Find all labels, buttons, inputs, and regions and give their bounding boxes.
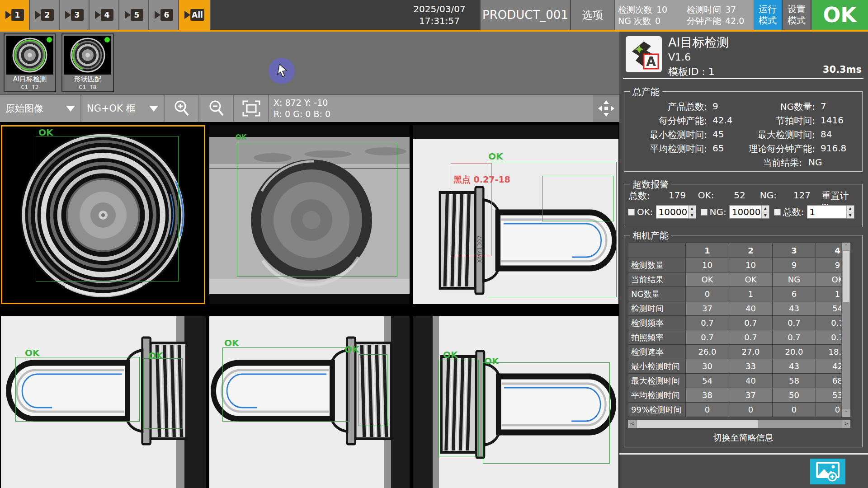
table-cell: 30	[686, 359, 729, 374]
group-title: 超数报警	[630, 178, 671, 191]
alarm-limits-row: OK: 10000 ▲▼ NG: 10000 ▲▼ 总数: 1 ▲▼	[628, 205, 859, 219]
camera-view-6[interactable]: OK OK	[413, 316, 618, 488]
table-row-label: 99%检测时间	[628, 403, 686, 417]
table-col-header: 3	[773, 243, 816, 258]
zoom-in-button[interactable]	[165, 95, 199, 122]
table-row: 检测频率0.70.70.70.7	[628, 316, 850, 330]
camera-icon	[35, 11, 41, 19]
table-cell: 0.7	[773, 330, 816, 345]
camera-tab-1[interactable]: 1	[0, 0, 30, 30]
toggle-brief-info-button[interactable]: 切换至简略信息	[626, 432, 860, 444]
thumbnail-title: 形状匹配	[62, 75, 113, 84]
cursor-xy-readout: X: 872 Y: -10	[274, 97, 328, 108]
camera-view-3[interactable]: XMY1307 OK 黑点 0.27-18	[413, 125, 618, 304]
fit-screen-icon	[241, 99, 261, 117]
ok-limit-label: OK:	[637, 206, 653, 217]
add-image-icon	[816, 462, 840, 482]
stat-label: NG 次数	[618, 15, 651, 26]
spinner-arrows[interactable]: ▲▼	[688, 206, 696, 218]
spinner-arrows[interactable]: ▲▼	[761, 206, 769, 218]
camera-tab-2[interactable]: 2	[30, 0, 60, 30]
image-mode-dropdown[interactable]: 原始图像	[0, 95, 81, 122]
vertical-scrollbar[interactable]: ˄ ˅	[841, 243, 850, 417]
pan-button[interactable]	[593, 95, 619, 122]
scroll-right-arrow[interactable]: >	[842, 420, 850, 428]
table-cell: 0	[686, 287, 729, 301]
svg-text:A: A	[646, 54, 656, 69]
camera-tabs: 1 2 3 4 5 6 Al	[0, 0, 211, 30]
camera-throughput-group: 相机产能 1234检测数量101099当前结果OKOKNGOKNG数量0161检…	[624, 235, 863, 447]
table-cell: 0.7	[686, 330, 729, 345]
table-row: 最小检测时间30334342	[628, 359, 850, 374]
tool-thumbnail-ai-detect[interactable]: AI目标检测 C1_T2	[4, 33, 56, 92]
camera-tab-6[interactable]: 6	[149, 0, 179, 30]
overlay-mode-value: NG+OK 框	[87, 102, 136, 115]
scroll-up-arrow[interactable]: ˄	[842, 243, 850, 250]
camera-tab-all[interactable]: All	[179, 0, 211, 30]
overall-row: 每分钟产能: 42.4 节拍时间: 1416	[624, 115, 862, 127]
camera-tab-5[interactable]: 5	[119, 0, 149, 30]
run-mode-button[interactable]: 运行 模式	[754, 0, 782, 30]
ng-limit-spinbox[interactable]: 10000 ▲▼	[729, 205, 769, 219]
tool-title: AI目标检测	[668, 34, 729, 51]
camera-tab-4[interactable]: 4	[90, 0, 119, 30]
inner-measure-box	[542, 176, 613, 221]
scrollbar-thumb[interactable]	[843, 251, 849, 302]
table-cell: 10	[729, 258, 773, 272]
stat-label: 理论每分钟产能:	[733, 143, 815, 155]
table-row-label: 检测速率	[628, 345, 686, 359]
camera-tab-3[interactable]: 3	[60, 0, 90, 30]
table-cell: NG	[773, 272, 816, 287]
thumbnail-code: C1_T8	[62, 84, 113, 91]
scrollbar-thumb[interactable]	[637, 420, 758, 428]
result-label: OK	[224, 338, 239, 348]
stat-label: 分钟产能	[687, 15, 721, 26]
group-title: 总产能	[630, 86, 662, 98]
camera-tab-label: 1	[11, 9, 24, 21]
datetime: 2025/03/07 17:31:57	[401, 3, 478, 27]
ng-limit-value[interactable]: 10000	[730, 206, 761, 218]
save-image-button[interactable]	[810, 459, 845, 484]
result-label: OK	[488, 151, 503, 161]
camera-table-wrap: 1234检测数量101099当前结果OKOKNGOKNG数量0161检测时间37…	[628, 243, 850, 417]
camera-view-1[interactable]: OK	[1, 125, 205, 304]
table-row: 检测速率26.027.020.018.6	[628, 345, 850, 359]
total-limit-spinbox[interactable]: 1 ▲▼	[807, 205, 854, 219]
camera-view-5[interactable]: OK OK	[209, 316, 410, 488]
ok-limit-checkbox[interactable]	[628, 209, 635, 216]
tool-thumbnail-shape-match[interactable]: 形状匹配 C1_T8	[61, 33, 114, 92]
ok-region-box	[15, 357, 140, 422]
camera-tab-label: 6	[160, 9, 173, 21]
product-selector[interactable]: PRODUCT_001	[480, 0, 571, 30]
scroll-down-arrow[interactable]: ˅	[842, 409, 850, 417]
fit-to-screen-button[interactable]	[234, 95, 269, 122]
ok-limit-value[interactable]: 10000	[656, 206, 688, 218]
spinner-arrows[interactable]: ▲▼	[846, 206, 854, 218]
horizontal-scrollbar[interactable]: < >	[628, 420, 850, 428]
zoom-out-button[interactable]	[199, 95, 234, 122]
result-label: OK	[236, 132, 246, 142]
image-mode-value: 原始图像	[5, 102, 43, 115]
image-toolbar: 原始图像 NG+OK 框	[0, 94, 619, 122]
overlay-mode-dropdown[interactable]: NG+OK 框	[81, 95, 165, 122]
ng-limit-checkbox[interactable]	[701, 209, 708, 216]
ok-limit-spinbox[interactable]: 10000 ▲▼	[656, 205, 696, 219]
camera-icon	[155, 11, 160, 19]
table-header-row: 1234	[628, 243, 850, 258]
stat-label: 检测次数	[618, 4, 652, 15]
table-row-label: 检测数量	[628, 258, 686, 272]
total-limit-value[interactable]: 1	[807, 206, 846, 218]
overall-row: 产品总数: 9 NG数量: 7	[624, 101, 862, 113]
stat-inspection-count: 检测次数 10	[618, 4, 687, 15]
setup-mode-button[interactable]: 设置 模式	[783, 0, 811, 30]
options-button[interactable]: 选项	[571, 0, 615, 30]
camera-view-4[interactable]: OK OK	[1, 316, 206, 488]
top-bar: 1 2 3 4 5 6 Al	[0, 0, 868, 32]
stat-value: 0	[655, 15, 660, 26]
scroll-left-arrow[interactable]: <	[628, 420, 636, 428]
total-limit-checkbox[interactable]	[774, 209, 781, 216]
stat-label: 节拍时间:	[733, 115, 815, 127]
stat-value: 10	[656, 4, 667, 15]
camera-icon	[5, 11, 11, 19]
camera-view-2[interactable]: OK	[209, 125, 410, 304]
